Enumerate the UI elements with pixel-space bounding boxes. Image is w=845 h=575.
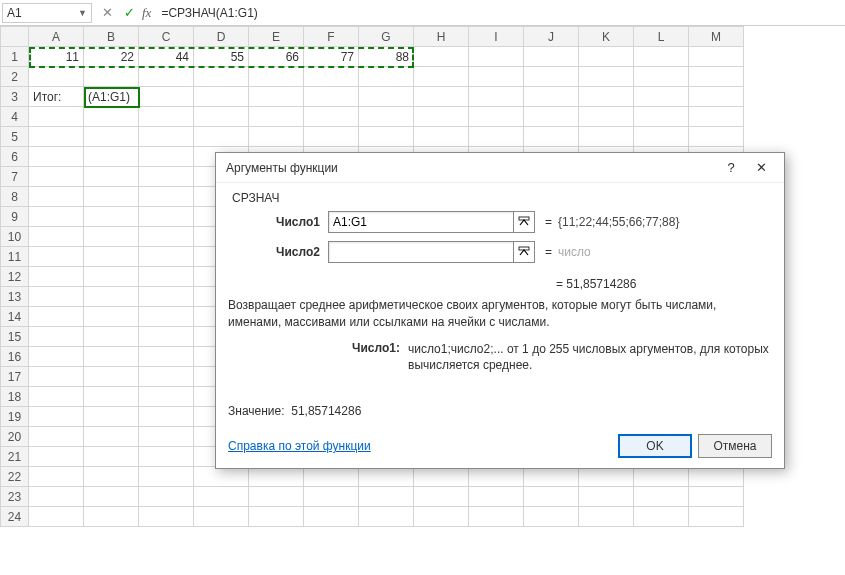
cell-D5[interactable] — [194, 127, 249, 147]
cell-K3[interactable] — [579, 87, 634, 107]
cell-C13[interactable] — [139, 287, 194, 307]
cell-A21[interactable] — [29, 447, 84, 467]
help-icon[interactable]: ? — [716, 154, 746, 182]
row-header-4[interactable]: 4 — [1, 107, 29, 127]
cell-M22[interactable] — [689, 467, 744, 487]
cell-B13[interactable] — [84, 287, 139, 307]
fx-icon[interactable]: fx — [142, 5, 151, 21]
cell-L22[interactable] — [634, 467, 689, 487]
cell-L1[interactable] — [634, 47, 689, 67]
cell-B9[interactable] — [84, 207, 139, 227]
cell-G5[interactable] — [359, 127, 414, 147]
row-header-15[interactable]: 15 — [1, 327, 29, 347]
cell-A3[interactable]: Итог: — [29, 87, 84, 107]
cell-B6[interactable] — [84, 147, 139, 167]
cell-A20[interactable] — [29, 427, 84, 447]
cell-B12[interactable] — [84, 267, 139, 287]
cell-A7[interactable] — [29, 167, 84, 187]
cell-B4[interactable] — [84, 107, 139, 127]
row-header-5[interactable]: 5 — [1, 127, 29, 147]
cell-F2[interactable] — [304, 67, 359, 87]
collapse-dialog-icon[interactable] — [513, 211, 535, 233]
cell-K4[interactable] — [579, 107, 634, 127]
col-header-H[interactable]: H — [414, 27, 469, 47]
row-header-18[interactable]: 18 — [1, 387, 29, 407]
cell-E2[interactable] — [249, 67, 304, 87]
cell-K22[interactable] — [579, 467, 634, 487]
cell-G4[interactable] — [359, 107, 414, 127]
cell-B15[interactable] — [84, 327, 139, 347]
help-link[interactable]: Справка по этой функции — [228, 439, 371, 453]
cell-L3[interactable] — [634, 87, 689, 107]
cell-G22[interactable] — [359, 467, 414, 487]
cell-G2[interactable] — [359, 67, 414, 87]
col-header-C[interactable]: C — [139, 27, 194, 47]
cell-G1[interactable]: 88 — [359, 47, 414, 67]
cell-C9[interactable] — [139, 207, 194, 227]
cell-L4[interactable] — [634, 107, 689, 127]
cell-D4[interactable] — [194, 107, 249, 127]
cell-I22[interactable] — [469, 467, 524, 487]
cell-C19[interactable] — [139, 407, 194, 427]
col-header-L[interactable]: L — [634, 27, 689, 47]
cell-I3[interactable] — [469, 87, 524, 107]
cell-H2[interactable] — [414, 67, 469, 87]
cell-D22[interactable] — [194, 467, 249, 487]
cell-H24[interactable] — [414, 507, 469, 527]
col-header-I[interactable]: I — [469, 27, 524, 47]
cell-L24[interactable] — [634, 507, 689, 527]
cell-M4[interactable] — [689, 107, 744, 127]
cell-F3[interactable] — [304, 87, 359, 107]
cell-K1[interactable] — [579, 47, 634, 67]
name-box[interactable]: A1 ▼ — [2, 3, 92, 23]
row-header-17[interactable]: 17 — [1, 367, 29, 387]
row-header-11[interactable]: 11 — [1, 247, 29, 267]
cell-C10[interactable] — [139, 227, 194, 247]
cell-F5[interactable] — [304, 127, 359, 147]
cell-C14[interactable] — [139, 307, 194, 327]
cell-J24[interactable] — [524, 507, 579, 527]
cell-C1[interactable]: 44 — [139, 47, 194, 67]
cell-B22[interactable] — [84, 467, 139, 487]
cell-B24[interactable] — [84, 507, 139, 527]
cell-A18[interactable] — [29, 387, 84, 407]
cell-A10[interactable] — [29, 227, 84, 247]
cell-I1[interactable] — [469, 47, 524, 67]
cell-D24[interactable] — [194, 507, 249, 527]
cell-B8[interactable] — [84, 187, 139, 207]
cell-A15[interactable] — [29, 327, 84, 347]
cell-F23[interactable] — [304, 487, 359, 507]
cell-I2[interactable] — [469, 67, 524, 87]
cell-C23[interactable] — [139, 487, 194, 507]
col-header-B[interactable]: B — [84, 27, 139, 47]
cell-A19[interactable] — [29, 407, 84, 427]
cell-A24[interactable] — [29, 507, 84, 527]
cell-C12[interactable] — [139, 267, 194, 287]
cell-E23[interactable] — [249, 487, 304, 507]
cell-A5[interactable] — [29, 127, 84, 147]
cell-A1[interactable]: 11 — [29, 47, 84, 67]
cell-M3[interactable] — [689, 87, 744, 107]
cell-C15[interactable] — [139, 327, 194, 347]
cell-M2[interactable] — [689, 67, 744, 87]
select-all-corner[interactable] — [1, 27, 29, 47]
cell-A4[interactable] — [29, 107, 84, 127]
cell-B3[interactable]: (A1:G1) — [84, 87, 139, 107]
col-header-D[interactable]: D — [194, 27, 249, 47]
cell-A6[interactable] — [29, 147, 84, 167]
cell-B14[interactable] — [84, 307, 139, 327]
cell-A13[interactable] — [29, 287, 84, 307]
ok-button[interactable]: OK — [618, 434, 692, 458]
cell-H22[interactable] — [414, 467, 469, 487]
cell-C24[interactable] — [139, 507, 194, 527]
cell-K2[interactable] — [579, 67, 634, 87]
row-header-13[interactable]: 13 — [1, 287, 29, 307]
cell-M5[interactable] — [689, 127, 744, 147]
cell-D2[interactable] — [194, 67, 249, 87]
cell-C18[interactable] — [139, 387, 194, 407]
row-header-21[interactable]: 21 — [1, 447, 29, 467]
cell-B17[interactable] — [84, 367, 139, 387]
cell-I5[interactable] — [469, 127, 524, 147]
cell-B23[interactable] — [84, 487, 139, 507]
chevron-down-icon[interactable]: ▼ — [78, 8, 87, 18]
